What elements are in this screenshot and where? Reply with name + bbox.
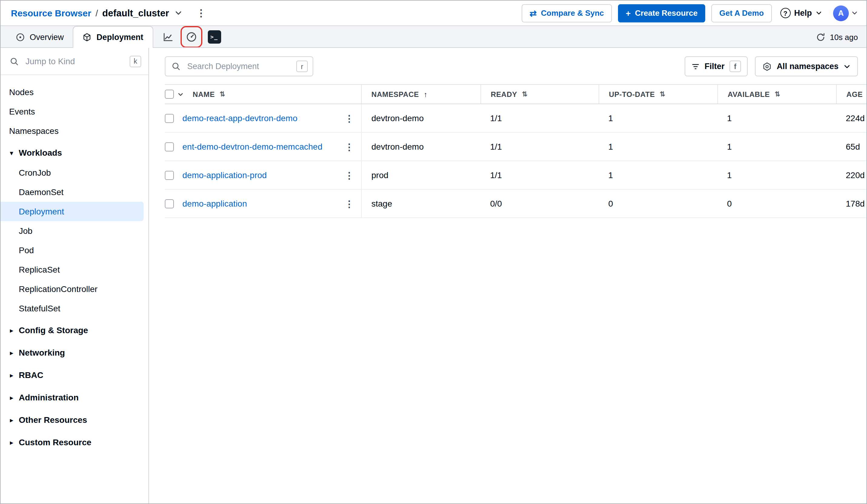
namespace-cell: devtron-demo: [362, 142, 480, 151]
column-label[interactable]: NAME: [193, 90, 215, 98]
sidebar-group-workloads[interactable]: ▾ Workloads: [1, 142, 148, 163]
search-deployment-input[interactable]: [186, 61, 291, 72]
sort-icon[interactable]: ⇅: [660, 90, 665, 98]
sidebar-item-label: StatefulSet: [19, 303, 60, 313]
header-name: NAME ⇅: [165, 85, 362, 104]
sidebar-item-label: CronJob: [19, 168, 51, 178]
sidebar-item-label: Job: [19, 226, 32, 236]
sort-icon[interactable]: ⇅: [774, 90, 780, 98]
sidebar-item-daemonset[interactable]: DaemonSet: [1, 182, 148, 202]
compare-sync-button[interactable]: ⇄ Compare & Sync: [522, 4, 612, 22]
resource-search-box: r: [165, 56, 313, 76]
compare-arrows-icon: ⇄: [529, 9, 536, 17]
tab-overview[interactable]: Overview: [7, 26, 73, 48]
kind-shortcut-badge: k: [130, 55, 141, 67]
header-namespace: NAMESPACE ↑: [362, 85, 480, 104]
up-to-date-cell: 1: [599, 142, 717, 151]
kind-search-row: k: [1, 48, 148, 75]
search-icon: [171, 62, 181, 71]
sidebar-item-namespaces[interactable]: Namespaces: [1, 121, 148, 141]
sidebar-item-statefulset[interactable]: StatefulSet: [1, 299, 148, 318]
select-all-checkbox[interactable]: [165, 90, 174, 99]
caret-right-icon: ▸: [9, 327, 14, 333]
row-checkbox[interactable]: [165, 199, 174, 208]
sidebar-group-rbac[interactable]: ▸ RBAC: [1, 365, 148, 385]
sidebar-item-replicaset[interactable]: ReplicaSet: [1, 260, 148, 279]
sidebar-group-label: Networking: [19, 348, 65, 357]
column-label[interactable]: UP-TO-DATE: [609, 90, 655, 98]
resource-name-link[interactable]: demo-application: [182, 199, 342, 208]
overview-icon: [16, 32, 25, 42]
row-checkbox[interactable]: [165, 171, 174, 180]
row-menu-icon[interactable]: ⋮: [342, 114, 356, 123]
sidebar-group-config-storage[interactable]: ▸ Config & Storage: [1, 320, 148, 341]
sidebar-group-label: Administration: [19, 393, 79, 402]
namespace-cell: prod: [362, 170, 480, 180]
sidebar-item-job[interactable]: Job: [1, 221, 148, 240]
namespace-filter-dropdown[interactable]: All namespaces: [755, 56, 858, 76]
up-to-date-cell: 0: [599, 199, 717, 208]
name-cell: demo-react-app-devtron-demo ⋮: [165, 104, 362, 132]
row-checkbox[interactable]: [165, 142, 174, 151]
bulk-select-chevron-down-icon[interactable]: [178, 91, 184, 97]
column-label[interactable]: NAMESPACE: [371, 90, 419, 98]
sidebar-group-custom-resource[interactable]: ▸ Custom Resource: [1, 432, 148, 452]
sidebar-group-label: Config & Storage: [19, 325, 88, 335]
table-row: ent-demo-devtron-demo-memcached ⋮ devtro…: [165, 133, 866, 161]
sort-icon[interactable]: ⇅: [522, 90, 528, 98]
name-cell: ent-demo-devtron-demo-memcached ⋮: [165, 133, 362, 161]
row-menu-icon[interactable]: ⋮: [342, 142, 356, 151]
refresh-status[interactable]: 10s ago: [816, 26, 858, 48]
sidebar-group-label: Workloads: [19, 148, 62, 158]
sidebar-group-networking[interactable]: ▸ Networking: [1, 342, 148, 363]
get-demo-button[interactable]: Get A Demo: [711, 4, 772, 22]
sort-icon[interactable]: ⇅: [220, 90, 225, 98]
monitoring-dashboard-button[interactable]: [183, 29, 199, 45]
sidebar-item-replicationcontroller[interactable]: ReplicationController: [1, 279, 148, 299]
sidebar-item-label: Deployment: [19, 206, 64, 216]
tab-deployment-label: Deployment: [97, 33, 143, 42]
top-bar: Resource Browser / default_cluster ⋮ ⇄ C…: [1, 1, 866, 26]
row-menu-icon[interactable]: ⋮: [342, 199, 356, 208]
cluster-terminal-button[interactable]: >_: [206, 29, 222, 45]
resource-name-link[interactable]: ent-demo-devtron-demo-memcached: [182, 142, 342, 151]
sidebar-group-label: RBAC: [19, 370, 43, 380]
column-label[interactable]: READY: [491, 90, 517, 98]
search-icon: [10, 57, 19, 66]
tab-deployment[interactable]: Deployment: [73, 26, 153, 48]
breadcrumb-menu-icon[interactable]: ⋮: [194, 8, 208, 18]
filter-button[interactable]: Filter f: [685, 56, 748, 76]
header-available: AVAILABLE ⇅: [717, 85, 836, 104]
sidebar-item-cronjob[interactable]: CronJob: [1, 163, 148, 182]
sidebar-item-pod[interactable]: Pod: [1, 240, 148, 260]
column-label[interactable]: AGE: [846, 90, 863, 98]
jump-to-kind-input[interactable]: [24, 56, 124, 67]
sidebar-item-nodes[interactable]: Nodes: [1, 82, 148, 102]
sidebar-group-administration[interactable]: ▸ Administration: [1, 387, 148, 408]
sidebar-item-label: DaemonSet: [19, 187, 64, 197]
metrics-chart-button[interactable]: [160, 29, 176, 45]
breadcrumb-resource-browser-link[interactable]: Resource Browser: [11, 8, 91, 18]
resource-name-link[interactable]: demo-react-app-devtron-demo: [182, 113, 342, 123]
name-cell: demo-application-prod ⋮: [165, 161, 362, 189]
caret-right-icon: ▸: [9, 417, 14, 423]
compare-sync-label: Compare & Sync: [541, 9, 604, 18]
row-menu-icon[interactable]: ⋮: [342, 171, 356, 180]
available-cell: 1: [717, 113, 836, 123]
help-menu[interactable]: ? Help: [780, 8, 822, 18]
cluster-switch-chevron-down-icon[interactable]: [174, 9, 182, 17]
user-menu[interactable]: A: [833, 5, 858, 21]
up-to-date-cell: 1: [599, 170, 717, 180]
resource-name-link[interactable]: demo-application-prod: [182, 170, 342, 180]
row-checkbox[interactable]: [165, 114, 174, 123]
search-shortcut-badge: r: [296, 61, 308, 72]
create-resource-label: Create Resource: [635, 9, 698, 18]
sidebar-item-events[interactable]: Events: [1, 102, 148, 121]
column-label[interactable]: AVAILABLE: [728, 90, 770, 98]
sidebar-item-deployment[interactable]: Deployment: [1, 202, 143, 221]
sort-ascending-icon[interactable]: ↑: [424, 90, 428, 98]
sidebar-group-other-resources[interactable]: ▸ Other Resources: [1, 409, 148, 430]
create-resource-button[interactable]: + Create Resource: [618, 4, 706, 22]
caret-right-icon: ▸: [9, 349, 14, 356]
header-age: AGE ⇅: [836, 85, 866, 104]
